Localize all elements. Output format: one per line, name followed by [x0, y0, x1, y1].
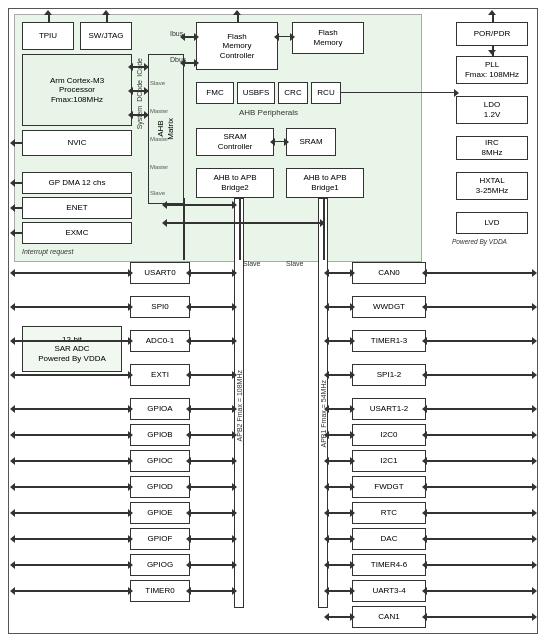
- wwdgt-block: WWDGT: [352, 296, 426, 318]
- exti-block: EXTI: [130, 364, 190, 386]
- powered-vdda-label: Powered By VDDA: [452, 238, 507, 245]
- gpiob-block: GPIOB: [130, 424, 190, 446]
- tpiu-block: TPIU: [22, 22, 74, 50]
- ahb-matrix-block: AHB Matrix: [148, 54, 184, 204]
- gpdma-block: GP DMA 12 chs: [22, 172, 132, 194]
- ldo-block: LDO 1.2V: [456, 96, 528, 124]
- usart0-block: USART0: [130, 262, 190, 284]
- adc01-block: ADC0-1: [130, 330, 190, 352]
- sram-ctrl-block: SRAM Controller: [196, 128, 274, 156]
- swjtag-block: SW/JTAG: [80, 22, 132, 50]
- rtc-block: RTC: [352, 502, 426, 524]
- pll-block: PLL Fmax: 108MHz: [456, 56, 528, 84]
- hxtal-block: HXTAL 3-25MHz: [456, 172, 528, 200]
- gpiog-block: GPIOG: [130, 554, 190, 576]
- can0-block: CAN0: [352, 262, 426, 284]
- flash-mem-ctrl-block: Flash Memory Controller: [196, 22, 278, 70]
- slave-label-1: Slave: [243, 260, 261, 267]
- spi12-block: SPI1-2: [352, 364, 426, 386]
- system-label: System: [136, 106, 143, 129]
- gpioa-block: GPIOA: [130, 398, 190, 420]
- gpiod-block: GPIOD: [130, 476, 190, 498]
- fmc-block: FMC: [196, 82, 234, 104]
- cortex-block: Arm Cortex-M3 Processor Fmax:108MHz: [22, 54, 132, 126]
- sar-adc-block: 12-bit SAR ADC Powered By VDDA: [22, 326, 122, 372]
- gpioe-block: GPIOE: [130, 502, 190, 524]
- slave-label-2: Slave: [286, 260, 304, 267]
- apb2-freq-label: APB2 Fmax = 108MHz: [236, 370, 243, 441]
- timer13-block: TIMER1-3: [352, 330, 426, 352]
- timer0-block: TIMER0: [130, 580, 190, 602]
- irc-block: IRC 8MHz: [456, 136, 528, 160]
- usbfs-block: USBFS: [237, 82, 275, 104]
- fwdgt-block: FWDGT: [352, 476, 426, 498]
- gpioc-block: GPIOC: [130, 450, 190, 472]
- i2c0-block: I2C0: [352, 424, 426, 446]
- enet-block: ENET: [22, 197, 132, 219]
- ahb-apb1-block: AHB to APB Bridge1: [286, 168, 364, 198]
- timer46-block: TIMER4-6: [352, 554, 426, 576]
- exmc-block: EXMC: [22, 222, 132, 244]
- usart12-block: USART1-2: [352, 398, 426, 420]
- dac-block: DAC: [352, 528, 426, 550]
- diagram: TPIU SW/JTAG Arm Cortex-M3 Processor Fma…: [0, 0, 546, 642]
- rcu-block: RCU: [311, 82, 341, 104]
- lvd-block: LVD: [456, 212, 528, 234]
- ahb-apb2-block: AHB to APB Bridge2: [196, 168, 274, 198]
- spi0-block: SPI0: [130, 296, 190, 318]
- interrupt-req-label: Interrupt request: [22, 248, 73, 255]
- sram-block: SRAM: [286, 128, 336, 156]
- i2c1-block: I2C1: [352, 450, 426, 472]
- por-pdr-block: POR/PDR: [456, 22, 528, 46]
- ahb-periph-label: AHB Peripherals: [196, 108, 341, 120]
- flash-mem-block: Flash Memory: [292, 22, 364, 54]
- crc-block: CRC: [278, 82, 308, 104]
- usart34-block: UART3-4: [352, 580, 426, 602]
- can1-block: CAN1: [352, 606, 426, 628]
- nvic-block: NVIC: [22, 130, 132, 156]
- gpiof-block: GPIOF: [130, 528, 190, 550]
